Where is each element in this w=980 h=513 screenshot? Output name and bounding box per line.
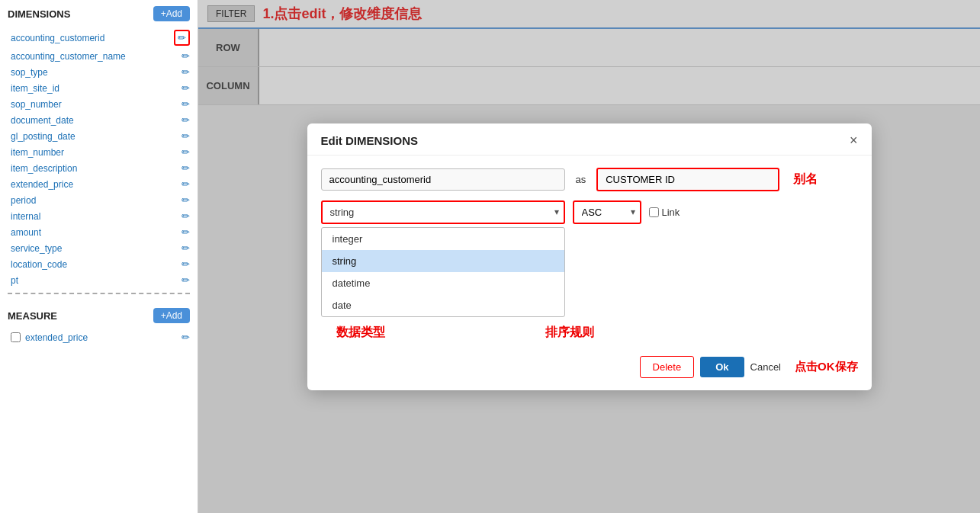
dimension-item-name-4: sop_number — [11, 99, 177, 110]
dimension-item-15: pt ✏ — [0, 272, 198, 288]
measure-item-0: extended_price ✏ — [0, 329, 198, 345]
edit-icon-1[interactable]: ✏ — [182, 50, 190, 62]
dimension-item-name-9: extended_price — [11, 179, 177, 190]
dimension-item-5: document_date ✏ — [0, 112, 198, 128]
ok-button[interactable]: Ok — [700, 357, 744, 377]
type-option-datetime[interactable]: datetime — [322, 272, 564, 294]
modal-close-button[interactable]: × — [850, 133, 858, 149]
measure-section: MEASURE +Add extended_price ✏ — [0, 302, 198, 345]
as-label: as — [576, 174, 586, 185]
type-option-integer[interactable]: integer — [322, 228, 564, 250]
measure-label: MEASURE — [8, 310, 57, 322]
edit-icon-5[interactable]: ✏ — [182, 114, 190, 126]
edit-icon-4[interactable]: ✏ — [182, 98, 190, 110]
dimension-item-name-8: item_description — [11, 163, 177, 174]
dimension-item-3: item_site_id ✏ — [0, 80, 198, 96]
dimension-item-8: item_description ✏ — [0, 160, 198, 176]
dimensions-list: accounting_customerid ✏ accounting_custo… — [0, 27, 198, 288]
edit-icon-9[interactable]: ✏ — [182, 178, 190, 190]
edit-icon-11[interactable]: ✏ — [182, 210, 190, 222]
dimension-item-13: service_type ✏ — [0, 240, 198, 256]
dimension-item-name-5: document_date — [11, 115, 177, 126]
dimension-item-7: item_number ✏ — [0, 144, 198, 160]
modal-type-row: integerstringdatetimedate ASCDESC Link — [321, 200, 858, 224]
edit-icon-10[interactable]: ✏ — [182, 194, 190, 206]
dimension-item-name-12: amount — [11, 227, 177, 238]
dimension-item-name-11: internal — [11, 211, 177, 222]
edit-dimensions-modal: Edit DIMENSIONS × as 别名 integerstringdat… — [307, 123, 872, 390]
cancel-button[interactable]: Cancel — [750, 361, 781, 373]
sidebar-divider — [8, 293, 190, 294]
sort-select[interactable]: ASCDESC — [573, 200, 641, 224]
sort-annotation: 排序规则 — [545, 325, 594, 341]
dimension-item-name-1: accounting_customer_name — [11, 51, 177, 62]
dimension-item-name-14: location_code — [11, 259, 177, 270]
edit-icon-12[interactable]: ✏ — [182, 226, 190, 238]
type-dropdown-list: integer string datetime date — [321, 227, 565, 317]
link-checkbox-label[interactable]: Link — [649, 207, 680, 218]
dimension-item-name-3: item_site_id — [11, 83, 177, 94]
dimensions-label: DIMENSIONS — [8, 8, 70, 20]
measure-item-name-0: extended_price — [25, 332, 88, 343]
delete-button[interactable]: Delete — [640, 356, 695, 378]
modal-body: as 别名 integerstringdatetimedate ASCDESC — [307, 156, 872, 347]
dimension-item-6: gl_posting_date ✏ — [0, 128, 198, 144]
measure-add-button[interactable]: +Add — [153, 308, 190, 323]
dimensions-add-button[interactable]: +Add — [153, 6, 190, 21]
edit-icon-3[interactable]: ✏ — [182, 82, 190, 94]
type-select-wrapper: integerstringdatetimedate — [321, 200, 565, 224]
dimension-item-0: accounting_customerid ✏ — [0, 27, 198, 48]
dimension-item-name-2: sop_type — [11, 67, 177, 78]
modal-title: Edit DIMENSIONS — [321, 134, 419, 147]
edit-icon-2[interactable]: ✏ — [182, 66, 190, 78]
dimensions-section-header: DIMENSIONS +Add — [0, 0, 198, 27]
edit-icon-0[interactable]: ✏ — [174, 30, 190, 46]
dimension-item-4: sop_number ✏ — [0, 96, 198, 112]
measure-section-header: MEASURE +Add — [0, 302, 198, 329]
modal-name-row: as 别名 — [321, 168, 858, 191]
dimension-item-name-7: item_number — [11, 147, 177, 158]
dimension-item-name-10: period — [11, 195, 177, 206]
measure-checkbox-0[interactable] — [11, 332, 21, 342]
edit-icon-15[interactable]: ✏ — [182, 274, 190, 286]
dimension-item-name-6: gl_posting_date — [11, 131, 177, 142]
dimension-item-11: internal ✏ — [0, 208, 198, 224]
link-label: Link — [662, 207, 680, 218]
type-annotation: 数据类型 — [336, 325, 385, 341]
dimension-item-2: sop_type ✏ — [0, 64, 198, 80]
edit-icon-14[interactable]: ✏ — [182, 258, 190, 270]
dimension-name-input[interactable] — [321, 168, 565, 191]
dimension-item-name-0: accounting_customerid — [11, 33, 169, 43]
dimension-item-1: accounting_customer_name ✏ — [0, 48, 198, 64]
dimension-item-9: extended_price ✏ — [0, 176, 198, 192]
edit-icon-8[interactable]: ✏ — [182, 162, 190, 174]
link-checkbox[interactable] — [649, 207, 659, 217]
measure-list: extended_price ✏ — [0, 329, 198, 345]
sidebar: DIMENSIONS +Add accounting_customerid ✏ … — [0, 0, 198, 513]
alias-annotation: 别名 — [793, 172, 818, 188]
modal-backdrop: Edit DIMENSIONS × as 别名 integerstringdat… — [198, 0, 980, 513]
measure-edit-icon-0[interactable]: ✏ — [182, 332, 190, 343]
ok-annotation: 点击OK保存 — [795, 360, 858, 374]
modal-header: Edit DIMENSIONS × — [307, 123, 872, 156]
main-area: FILTER 1.点击edit，修改维度信息 ROW COLUMN Edit D… — [198, 0, 980, 513]
modal-annotations: 数据类型 排序规则 — [321, 325, 858, 347]
dimension-item-name-15: pt — [11, 275, 177, 286]
edit-icon-7[interactable]: ✏ — [182, 146, 190, 158]
dimension-item-name-13: service_type — [11, 243, 177, 254]
type-select[interactable]: integerstringdatetimedate — [321, 200, 565, 224]
sort-select-wrapper: ASCDESC — [573, 200, 641, 224]
modal-footer: Delete Ok Cancel 点击OK保存 — [307, 347, 872, 390]
edit-icon-6[interactable]: ✏ — [182, 130, 190, 142]
dimension-item-10: period ✏ — [0, 192, 198, 208]
type-option-date[interactable]: date — [322, 294, 564, 316]
type-option-string[interactable]: string — [322, 250, 564, 272]
dimension-item-14: location_code ✏ — [0, 256, 198, 272]
alias-input[interactable] — [596, 168, 779, 191]
dimension-item-12: amount ✏ — [0, 224, 198, 240]
edit-icon-13[interactable]: ✏ — [182, 242, 190, 254]
